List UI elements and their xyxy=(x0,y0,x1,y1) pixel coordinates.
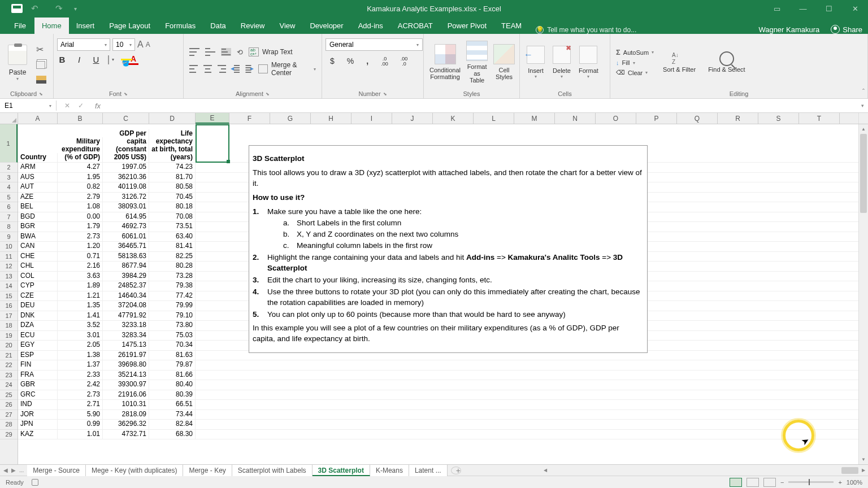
row-header[interactable]: 26 xyxy=(0,400,18,410)
header-cell[interactable]: Life expectancy at birth, total (years) xyxy=(149,129,196,162)
cell[interactable]: 0.00 xyxy=(58,212,103,222)
cell[interactable]: 2.33 xyxy=(58,371,103,380)
scroll-down-icon[interactable]: ▼ xyxy=(859,455,868,464)
italic-button[interactable]: I xyxy=(74,55,84,64)
cell[interactable]: 79.87 xyxy=(149,360,196,370)
row-header[interactable]: 11 xyxy=(0,252,18,262)
col-header[interactable]: F xyxy=(229,113,270,124)
tab-formulas[interactable]: Formulas xyxy=(158,18,203,34)
macro-record-icon[interactable] xyxy=(32,479,38,486)
user-name[interactable]: Wagner Kamakura xyxy=(758,25,819,34)
row-header[interactable]: 29 xyxy=(0,430,18,440)
header-cell[interactable]: GDP per capita (constant 2005 US$) xyxy=(103,129,149,162)
cell[interactable]: 40119.08 xyxy=(103,182,149,192)
format-as-table-button[interactable]: Format as Table xyxy=(464,40,490,85)
decrease-indent-icon[interactable] xyxy=(232,65,239,73)
col-header[interactable]: L xyxy=(474,113,514,124)
cell[interactable]: 21916.06 xyxy=(103,390,149,400)
cell[interactable]: 3126.72 xyxy=(103,193,149,202)
cell[interactable]: COL xyxy=(18,272,58,281)
header-cell[interactable]: Military expenditure (% of GDP) xyxy=(58,137,103,162)
cell[interactable]: 47791.92 xyxy=(103,311,149,321)
scroll-up-icon[interactable]: ▲ xyxy=(859,124,868,134)
cell[interactable]: 36465.71 xyxy=(103,242,149,251)
cell[interactable]: 2.73 xyxy=(58,390,103,400)
col-header[interactable]: R xyxy=(718,113,758,124)
zoom-slider[interactable] xyxy=(788,481,834,483)
row-header[interactable]: 24 xyxy=(0,380,18,390)
cell[interactable]: 73.28 xyxy=(149,272,196,281)
formula-input[interactable] xyxy=(104,104,857,107)
tab-page-layout[interactable]: Page Layout xyxy=(102,18,158,34)
cell[interactable]: 81.63 xyxy=(149,351,196,360)
cell[interactable]: BGR xyxy=(18,222,58,232)
sheet-tab[interactable]: Merge - Key xyxy=(183,465,232,476)
vertical-scrollbar[interactable]: ▲ ▼ xyxy=(858,124,868,464)
cell[interactable]: 80.28 xyxy=(149,262,196,271)
sheet-tab[interactable]: 3D Scatterplot xyxy=(313,465,370,476)
col-header[interactable]: I xyxy=(351,113,392,124)
cell[interactable]: 2.79 xyxy=(58,193,103,202)
cell[interactable]: AUS xyxy=(18,173,58,182)
cell[interactable]: 1.08 xyxy=(58,202,103,212)
cell[interactable]: DNK xyxy=(18,311,58,321)
cell[interactable]: 2818.09 xyxy=(103,410,149,420)
zoom-level[interactable]: 100% xyxy=(847,479,862,486)
tab-addins[interactable]: Add-ins xyxy=(351,18,390,34)
maximize-button[interactable]: ☐ xyxy=(816,0,842,17)
cell[interactable]: 73.80 xyxy=(149,321,196,330)
shrink-font-icon[interactable]: A xyxy=(146,41,150,49)
cell[interactable]: JOR xyxy=(18,410,58,420)
tab-scroll-left-icon[interactable]: ◀ xyxy=(3,467,8,473)
tab-review[interactable]: Review xyxy=(233,18,272,34)
font-size-combo[interactable]: 10▾ xyxy=(112,38,135,51)
ribbon-display-icon[interactable]: ▭ xyxy=(764,0,790,17)
cell[interactable]: DEU xyxy=(18,301,58,311)
row-header[interactable]: 17 xyxy=(0,311,18,321)
tab-team[interactable]: TEAM xyxy=(494,18,529,34)
cell[interactable]: ESP xyxy=(18,351,58,360)
row-header[interactable]: 8 xyxy=(0,222,18,232)
tab-home[interactable]: Home xyxy=(34,18,69,34)
autosum-button[interactable]: ΣAutoSum▾ xyxy=(616,48,654,56)
cell[interactable]: 1.20 xyxy=(58,242,103,251)
cell[interactable]: AZE xyxy=(18,193,58,202)
cell[interactable]: CZE xyxy=(18,291,58,301)
row-header[interactable]: 21 xyxy=(0,351,18,361)
row-header[interactable]: 2 xyxy=(0,163,18,173)
cell[interactable]: CAN xyxy=(18,242,58,251)
cell[interactable]: CYP xyxy=(18,281,58,291)
tab-scroll-right-icon[interactable]: ▶ xyxy=(11,467,16,473)
cell[interactable]: 1997.05 xyxy=(103,163,149,172)
cell[interactable]: 74.23 xyxy=(149,163,196,172)
col-header[interactable]: H xyxy=(311,113,351,124)
format-painter-icon[interactable] xyxy=(36,76,46,84)
cell[interactable]: 2.71 xyxy=(58,400,103,409)
cell[interactable]: 81.70 xyxy=(149,173,196,182)
cell[interactable]: 36296.32 xyxy=(103,420,149,429)
comma-icon[interactable]: , xyxy=(366,56,368,67)
cell[interactable]: 82.25 xyxy=(149,252,196,262)
sheet-tab[interactable]: Latent ... xyxy=(409,465,448,476)
minimize-button[interactable]: — xyxy=(790,0,816,17)
cell[interactable]: 1.41 xyxy=(58,311,103,321)
col-header[interactable]: G xyxy=(270,113,311,124)
launcher-icon[interactable]: ⬊ xyxy=(39,91,43,97)
col-header[interactable]: Q xyxy=(677,113,718,124)
tab-acrobat[interactable]: ACROBAT xyxy=(390,18,440,34)
cell[interactable]: 1.01 xyxy=(58,430,103,439)
align-middle-icon[interactable] xyxy=(205,48,215,56)
merge-center-button[interactable]: Merge & Center▾ xyxy=(258,61,316,77)
cell[interactable]: 79.38 xyxy=(149,281,196,291)
tab-view[interactable]: View xyxy=(272,18,302,34)
cell[interactable]: 3.63 xyxy=(58,272,103,281)
cell[interactable]: 1.38 xyxy=(58,351,103,360)
launcher-icon[interactable]: ⬊ xyxy=(124,91,128,97)
cell[interactable]: CHL xyxy=(18,262,58,271)
cell[interactable]: KAZ xyxy=(18,430,58,439)
row-header[interactable]: 14 xyxy=(0,281,18,291)
cell[interactable]: 80.39 xyxy=(149,390,196,400)
col-header[interactable]: B xyxy=(58,113,103,124)
cell[interactable]: EGY xyxy=(18,341,58,350)
cell-styles-button[interactable]: Cell Styles xyxy=(491,43,517,81)
